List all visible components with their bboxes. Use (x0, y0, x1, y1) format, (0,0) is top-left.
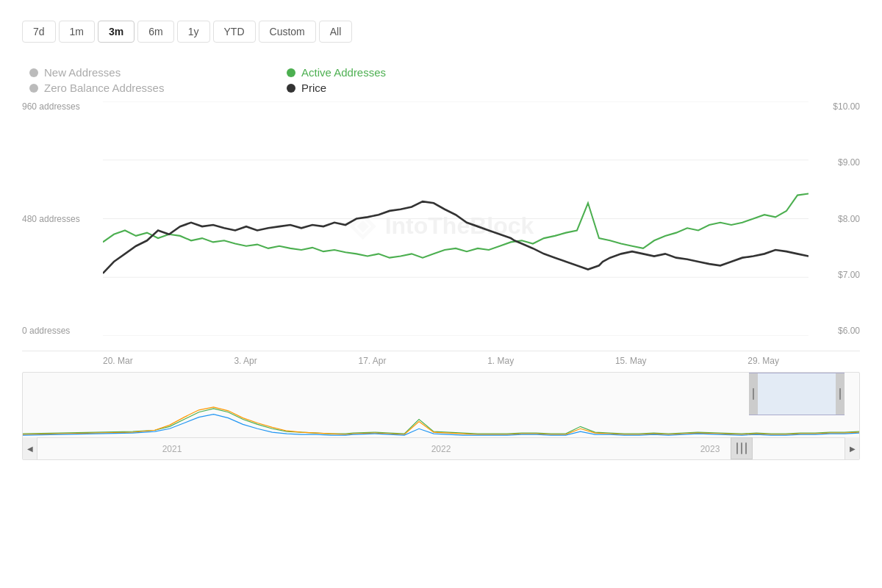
y-left-mid: 480 addresses (22, 214, 103, 224)
nav-handle-right[interactable] (836, 373, 845, 415)
legend-item-zero-balance[interactable]: Zero Balance Addresses (29, 82, 272, 94)
time-btn-6m[interactable]: 6m (137, 21, 173, 43)
x-label-6: 29. May (747, 356, 779, 366)
time-btn-1y[interactable]: 1y (177, 21, 210, 43)
handle-center-line-2 (741, 442, 742, 454)
legend-label-active-addresses: Active Addresses (301, 66, 386, 79)
handle-line-2 (839, 388, 841, 400)
navigator-chart (23, 373, 859, 437)
chart-svg-area (103, 101, 808, 336)
y-left-top: 960 addresses (22, 101, 103, 112)
nav-selection (749, 373, 845, 415)
legend-label-new-addresses: New Addresses (44, 66, 121, 79)
x-label-1: 20. Mar (103, 356, 133, 366)
legend-dot-zero-balance (29, 84, 38, 93)
handle-line-1 (753, 388, 754, 400)
time-range-bar: 7d1m3m6m1yYTDCustomAll (22, 15, 860, 49)
legend-dot-new-addresses (29, 68, 38, 77)
legend-dot-price (287, 84, 295, 93)
scroll-left-icon: ◀ (27, 445, 33, 453)
legend-label-zero-balance: Zero Balance Addresses (44, 82, 164, 94)
nav-year-2021: 2021 (162, 444, 182, 454)
y-right-3: $8.00 (838, 214, 860, 224)
legend: New AddressesActive AddressesZero Balanc… (22, 66, 537, 94)
chart-main: IntoTheBlock 960 addresses 480 addresses… (22, 101, 860, 351)
legend-label-price: Price (301, 82, 326, 94)
nav-handle-left[interactable] (749, 373, 758, 415)
legend-item-new-addresses[interactable]: New Addresses (29, 66, 272, 79)
nav-scroll-handle[interactable] (731, 437, 753, 459)
time-btn-ytd[interactable]: YTD (213, 21, 256, 43)
time-btn-7d[interactable]: 7d (22, 21, 56, 43)
time-btn-custom[interactable]: Custom (259, 21, 316, 43)
y-right-4: $7.00 (838, 270, 860, 280)
y-axis-right: $10.00 $9.00 $8.00 $7.00 $6.00 (808, 101, 860, 351)
handle-center-line-3 (745, 442, 747, 454)
x-axis: 20. Mar 3. Apr 17. Apr 1. May 15. May 29… (22, 351, 860, 366)
y-axis-left: 960 addresses 480 addresses 0 addresses (22, 101, 103, 351)
legend-dot-active-addresses (287, 68, 295, 77)
nav-year-2023: 2023 (700, 444, 720, 454)
legend-item-price[interactable]: Price (287, 82, 529, 94)
x-label-3: 17. Apr (358, 356, 386, 366)
nav-year-2022: 2022 (431, 444, 451, 454)
y-left-bot: 0 addresses (22, 326, 103, 336)
y-right-5: $6.00 (838, 326, 860, 336)
time-btn-1m[interactable]: 1m (59, 21, 95, 43)
x-label-4: 1. May (487, 356, 514, 366)
time-btn-3m[interactable]: 3m (98, 21, 135, 43)
y-right-1: $10.00 (833, 101, 860, 112)
legend-item-active-addresses[interactable]: Active Addresses (287, 66, 529, 79)
nav-scroll-left-button[interactable]: ◀ (23, 437, 37, 459)
y-right-2: $9.00 (838, 157, 860, 168)
nav-scroll-right-button[interactable]: ▶ (845, 437, 859, 459)
time-btn-all[interactable]: All (319, 21, 353, 43)
main-container: 7d1m3m6m1yYTDCustomAll New AddressesActi… (0, 0, 882, 588)
handle-center-line-1 (736, 442, 738, 454)
scroll-right-icon: ▶ (850, 445, 856, 453)
navigator: 2021 2022 2023 ◀ ▶ (22, 372, 860, 460)
x-label-2: 3. Apr (234, 356, 257, 366)
x-label-5: 15. May (615, 356, 647, 366)
chart-wrapper: IntoTheBlock 960 addresses 480 addresses… (22, 101, 860, 460)
